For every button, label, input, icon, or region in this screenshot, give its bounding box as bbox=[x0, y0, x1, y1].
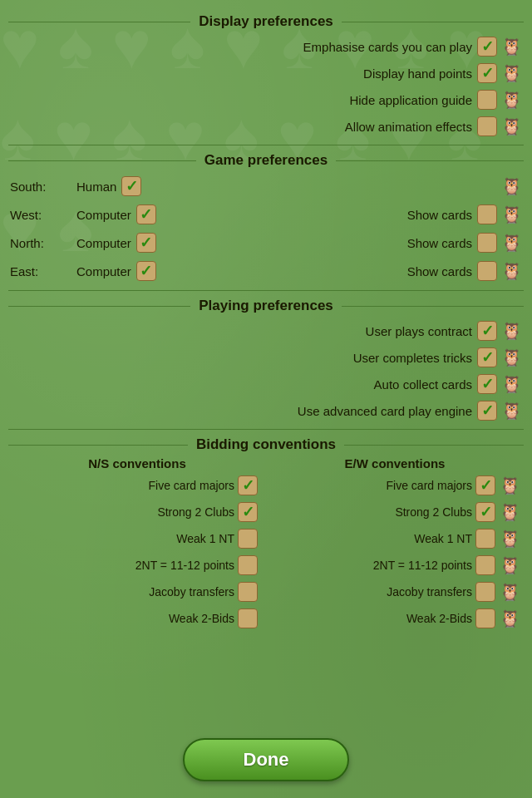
bid-row-strong-2-clubs: Strong 2 Clubs Strong 2 Clubs 🦉 bbox=[8, 499, 524, 525]
owl-icon-user-plays[interactable]: 🦉 bbox=[500, 320, 522, 342]
bid-ns-strong-2-checkbox[interactable] bbox=[238, 502, 258, 522]
bidding-conventions-header: Bidding conventions bbox=[8, 436, 524, 453]
bid-ew-weak-2-bids-checkbox[interactable] bbox=[475, 608, 495, 628]
pref-row-emphasise: Emphasise cards you can play 🦉 bbox=[8, 33, 524, 60]
bid-ew-2nt-checkbox[interactable] bbox=[475, 555, 495, 575]
bid-ns-strong-2: Strong 2 Clubs bbox=[8, 502, 268, 522]
north-type: Computer bbox=[76, 233, 407, 253]
bid-row-jacoby: Jacoby transfers Jacoby transfers 🦉 bbox=[8, 579, 524, 605]
bid-row-five-card-majors: Five card majors Five card majors 🦉 bbox=[8, 472, 524, 499]
bid-ns-2nt-checkbox[interactable] bbox=[238, 555, 258, 575]
checkbox-hide-guide[interactable] bbox=[477, 90, 497, 110]
bidding-header-line-left bbox=[8, 445, 188, 446]
checkbox-west[interactable] bbox=[136, 204, 156, 224]
west-label: West: bbox=[10, 208, 76, 222]
game-row-south: South: Human 🦉 bbox=[8, 172, 524, 200]
bid-ns-weak-1-nt-checkbox[interactable] bbox=[238, 529, 258, 549]
bid-row-2nt: 2NT = 11-12 points 2NT = 11-12 points 🦉 bbox=[8, 552, 524, 579]
bid-row-weak-1-nt: Weak 1 NT Weak 1 NT 🦉 bbox=[8, 525, 524, 552]
bid-ns-weak-2-bids: Weak 2-Bids bbox=[8, 608, 268, 628]
checkbox-hand-points[interactable] bbox=[477, 63, 497, 83]
bid-ew-five-card: Five card majors 🦉 bbox=[268, 475, 524, 496]
bid-ew-jacoby-checkbox[interactable] bbox=[475, 582, 495, 602]
bidding-conventions-title: Bidding conventions bbox=[188, 436, 344, 453]
north-label: North: bbox=[10, 236, 76, 250]
owl-icon-five-card[interactable]: 🦉 bbox=[499, 475, 520, 496]
checkbox-advanced-engine[interactable] bbox=[477, 401, 497, 421]
owl-icon-jacoby[interactable]: 🦉 bbox=[499, 581, 520, 603]
playing-preferences-section: User plays contract 🦉 User completes tri… bbox=[8, 318, 524, 424]
owl-icon-south[interactable]: 🦉 bbox=[500, 175, 522, 197]
owl-icon-strong-2[interactable]: 🦉 bbox=[499, 501, 520, 523]
checkbox-east[interactable] bbox=[136, 261, 156, 281]
bid-ns-jacoby-label: Jacoby transfers bbox=[149, 585, 234, 598]
checkbox-south[interactable] bbox=[121, 176, 141, 196]
owl-icon-east[interactable]: 🦉 bbox=[500, 260, 522, 282]
bid-ns-2nt-label: 2NT = 11-12 points bbox=[135, 559, 234, 572]
checkbox-show-cards-north[interactable] bbox=[477, 233, 497, 253]
bid-ns-2nt: 2NT = 11-12 points bbox=[8, 555, 268, 575]
owl-icon-weak-1-nt[interactable]: 🦉 bbox=[499, 528, 520, 549]
checkbox-auto-collect[interactable] bbox=[477, 374, 497, 394]
checkbox-north[interactable] bbox=[136, 233, 156, 253]
bid-ns-five-card: Five card majors bbox=[8, 475, 268, 495]
bid-ew-five-card-checkbox[interactable] bbox=[475, 475, 495, 495]
bid-ew-weak-2-bids-label: Weak 2-Bids bbox=[406, 612, 472, 625]
checkbox-show-cards-west[interactable] bbox=[477, 204, 497, 224]
pref-label-advanced-engine: Use advanced card play engine bbox=[298, 404, 472, 418]
game-header-line-left bbox=[8, 160, 196, 161]
bid-ns-jacoby-checkbox[interactable] bbox=[238, 582, 258, 602]
checkbox-user-plays[interactable] bbox=[477, 321, 497, 341]
header-line-left bbox=[8, 22, 190, 22]
bid-ns-strong-2-label: Strong 2 Clubs bbox=[157, 505, 234, 519]
bid-ew-header: E/W conventions bbox=[266, 456, 524, 470]
game-row-west: West: Computer Show cards 🦉 bbox=[8, 200, 524, 229]
owl-icon-advanced-engine[interactable]: 🦉 bbox=[500, 400, 522, 421]
game-row-east: East: Computer Show cards 🦉 bbox=[8, 257, 524, 285]
owl-icon-north[interactable]: 🦉 bbox=[500, 232, 522, 254]
show-cards-area-north: Show cards 🦉 bbox=[407, 232, 522, 254]
bid-ns-weak-2-bids-label: Weak 2-Bids bbox=[169, 612, 234, 625]
owl-icon-animation[interactable]: 🦉 bbox=[500, 116, 522, 137]
display-preferences-header: Display preferences bbox=[8, 13, 524, 30]
bid-ew-five-card-label: Five card majors bbox=[387, 479, 472, 492]
bid-ns-jacoby: Jacoby transfers bbox=[8, 582, 268, 602]
bid-ns-weak-1-nt: Weak 1 NT bbox=[8, 529, 268, 549]
bid-ew-weak-1-nt-label: Weak 1 NT bbox=[414, 532, 472, 545]
bid-ns-five-card-checkbox[interactable] bbox=[238, 475, 258, 495]
game-preferences-title: Game preferences bbox=[196, 152, 336, 169]
bid-ew-strong-2-checkbox[interactable] bbox=[475, 502, 495, 522]
checkbox-show-cards-east[interactable] bbox=[477, 261, 497, 281]
checkbox-emphasise[interactable] bbox=[477, 37, 497, 57]
pref-row-auto-collect: Auto collect cards 🦉 bbox=[8, 371, 524, 397]
bidding-header-line-right bbox=[344, 445, 524, 446]
owl-icon-2nt[interactable]: 🦉 bbox=[499, 554, 520, 576]
bid-column-headers: N/S conventions E/W conventions bbox=[8, 456, 524, 470]
show-cards-area-east: Show cards 🦉 bbox=[407, 260, 522, 282]
bid-ns-weak-1-nt-label: Weak 1 NT bbox=[176, 532, 234, 545]
show-cards-label-east: Show cards bbox=[407, 264, 472, 278]
pref-label-user-plays: User plays contract bbox=[366, 324, 472, 338]
bid-row-weak-2-bids: Weak 2-Bids Weak 2-Bids 🦉 bbox=[8, 605, 524, 632]
display-preferences-section: Emphasise cards you can play 🦉 Display h… bbox=[8, 33, 524, 140]
owl-icon-auto-collect[interactable]: 🦉 bbox=[500, 373, 522, 395]
pref-row-hide-guide: Hide application guide 🦉 bbox=[8, 86, 524, 113]
divider-3 bbox=[8, 429, 524, 430]
owl-icon-west[interactable]: 🦉 bbox=[500, 204, 522, 225]
playing-preferences-title: Playing preferences bbox=[190, 298, 342, 314]
bid-ew-strong-2: Strong 2 Clubs 🦉 bbox=[268, 501, 524, 523]
checkbox-user-completes[interactable] bbox=[477, 347, 497, 367]
bid-ew-weak-1-nt-checkbox[interactable] bbox=[475, 529, 495, 549]
checkbox-animation[interactable] bbox=[477, 116, 497, 136]
owl-icon-weak-2-bids[interactable]: 🦉 bbox=[499, 608, 520, 629]
game-preferences-header: Game preferences bbox=[8, 152, 524, 169]
owl-icon-user-completes[interactable]: 🦉 bbox=[500, 347, 522, 368]
done-button[interactable]: Done bbox=[183, 738, 349, 781]
owl-icon-emphasise[interactable]: 🦉 bbox=[500, 36, 522, 57]
owl-icon-hide-guide[interactable]: 🦉 bbox=[500, 89, 522, 111]
owl-icon-hand-points[interactable]: 🦉 bbox=[500, 62, 522, 84]
divider-2 bbox=[8, 290, 524, 291]
bid-ns-weak-2-bids-checkbox[interactable] bbox=[238, 608, 258, 628]
done-area: Done bbox=[0, 738, 532, 781]
west-type: Computer bbox=[76, 204, 407, 224]
